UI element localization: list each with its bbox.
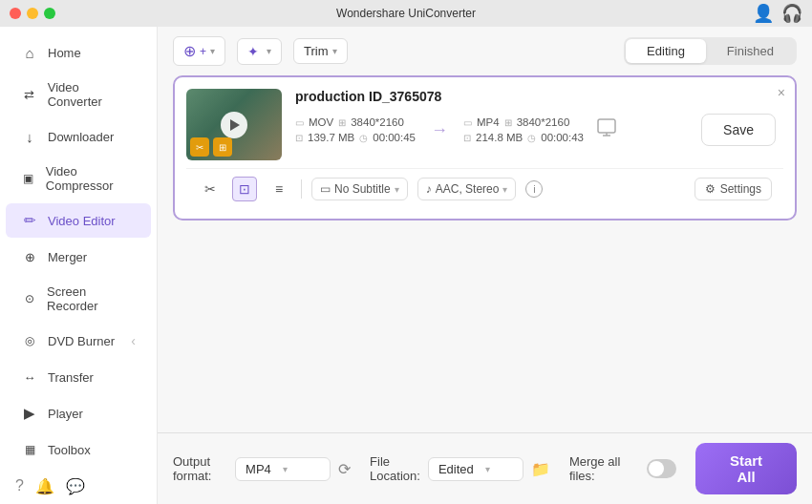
settings-gear-icon: ⚙ [705, 182, 716, 196]
notification-icon[interactable]: 🔔 [35, 477, 54, 495]
crop-icon: ⊞ [213, 137, 232, 157]
info-button[interactable]: i [525, 180, 543, 198]
subtitle-icon: ▭ [320, 182, 331, 196]
content-spacer [158, 220, 812, 432]
subtitle-select[interactable]: ▭ No Subtitle ▾ [311, 178, 408, 200]
sidebar-item-transfer[interactable]: ↔ Transfer [6, 360, 151, 394]
sidebar-item-toolbox[interactable]: ▦ Toolbox [6, 432, 151, 467]
trim-caret-icon: ▾ [332, 46, 337, 56]
sidebar-item-player[interactable]: ▶ Player [6, 396, 151, 430]
audio-select[interactable]: ♪ AAC, Stereo ▾ [417, 178, 517, 200]
sidebar-item-downloader[interactable]: ↓ Downloader [6, 119, 151, 154]
thumbnail-icons: ✂ ⊞ [190, 137, 232, 157]
file-location-value: Edited [438, 462, 474, 476]
sidebar-item-video-compressor[interactable]: ▣ Video Compressor [6, 156, 151, 201]
audio-label: AAC, Stereo [436, 182, 500, 196]
effects-caret-icon: ▾ [267, 46, 271, 56]
close-button[interactable] [10, 8, 21, 19]
source-format-icon: ▭ [295, 117, 304, 128]
sidebar-label-player: Player [48, 407, 83, 421]
scan-icon[interactable]: ⟳ [338, 460, 351, 478]
effects-button[interactable]: ✦ ▾ [237, 38, 282, 65]
help-icon[interactable]: ? [15, 477, 24, 495]
play-button[interactable] [221, 112, 247, 138]
user-icon[interactable]: 👤 [753, 3, 774, 24]
output-duration: 00:00:43 [541, 132, 584, 143]
list-tool[interactable]: ≡ [267, 177, 291, 201]
maximize-button[interactable] [44, 8, 55, 19]
settings-button[interactable]: ⚙ Settings [694, 178, 772, 200]
source-size: 139.7 MB [308, 132, 354, 143]
output-format-row: ▭ MP4 ⊞ 3840*2160 [463, 116, 584, 128]
output-size-row: ⊡ 214.8 MB ◷ 00:00:43 [463, 132, 584, 143]
window-controls [10, 8, 55, 19]
cut-tool[interactable]: ✂ [198, 177, 223, 201]
trim-icon: ✂ [190, 137, 209, 157]
sidebar-item-dvd-burner[interactable]: ◎ DVD Burner ‹ [6, 324, 151, 358]
file-location-label: File Location: [370, 454, 420, 483]
start-all-button[interactable]: Start All [695, 443, 797, 494]
output-format-field: Output format: MP4 ▾ ⟳ [173, 454, 351, 483]
dvd-burner-icon: ◎ [21, 332, 38, 349]
trim-button[interactable]: Trim ▾ [293, 38, 348, 64]
arrow-right-icon: → [431, 120, 448, 140]
source-size-row: ⊡ 139.7 MB ◷ 00:00:45 [295, 132, 416, 143]
export-icon [595, 116, 618, 139]
sidebar-label-video-converter: Video Converter [48, 80, 136, 109]
sidebar-item-video-editor[interactable]: ✏ Video Editor [6, 203, 151, 238]
settings-label: Settings [720, 182, 761, 196]
source-resolution-icon: ⊞ [338, 117, 346, 128]
file-card-top: ✂ ⊞ production ID_3765078 ▭ MOV ⊞ [186, 89, 783, 160]
source-format-row: ▭ MOV ⊞ 3840*2160 [295, 116, 416, 128]
sidebar-item-video-converter[interactable]: ⇄ Video Converter [6, 72, 151, 117]
subtitle-label: No Subtitle [334, 182, 391, 196]
video-converter-icon: ⇄ [21, 86, 38, 103]
source-size-icon: ⊡ [295, 133, 303, 143]
folder-icon[interactable]: 📁 [531, 460, 550, 478]
transfer-icon: ↔ [21, 368, 38, 386]
effects-icon: ✦ [247, 44, 259, 59]
output-size-icon: ⊡ [463, 133, 471, 143]
file-location-select[interactable]: Edited ▾ [428, 457, 524, 481]
source-format: MOV [309, 116, 333, 128]
source-duration-icon: ◷ [359, 133, 368, 143]
app-body: ⌂ Home ⇄ Video Converter ↓ Downloader ▣ … [0, 27, 812, 504]
tab-editing[interactable]: Editing [626, 39, 706, 63]
output-size: 214.8 MB [476, 132, 523, 143]
home-icon: ⌂ [21, 44, 38, 61]
video-thumbnail[interactable]: ✂ ⊞ [186, 89, 282, 160]
minimize-button[interactable] [27, 8, 38, 19]
tab-finished[interactable]: Finished [706, 39, 795, 63]
sidebar: ⌂ Home ⇄ Video Converter ↓ Downloader ▣ … [0, 27, 158, 504]
crop-tool[interactable]: ⊡ [232, 177, 257, 201]
file-location-caret-icon: ▾ [485, 464, 490, 474]
source-resolution: 3840*2160 [351, 116, 404, 128]
add-file-icon: ⊕ [183, 42, 196, 60]
trim-label: Trim [304, 44, 329, 58]
sidebar-label-merger: Merger [48, 250, 87, 264]
headset-icon[interactable]: 🎧 [781, 3, 802, 24]
merge-toggle[interactable] [647, 459, 676, 478]
edit-toolbar: ✂ ⊡ ≡ ▭ No Subtitle ▾ ♪ AAC, Stereo ▾ i … [186, 168, 783, 207]
source-meta: ▭ MOV ⊞ 3840*2160 ⊡ 139.7 MB ◷ 00:00:45 [295, 116, 416, 143]
save-button[interactable]: Save [701, 114, 776, 146]
sidebar-item-screen-recorder[interactable]: ⊙ Screen Recorder [6, 276, 151, 322]
output-meta: ▭ MP4 ⊞ 3840*2160 ⊡ 214.8 MB ◷ 00:00:43 [463, 116, 584, 143]
sidebar-label-home: Home [48, 46, 81, 60]
sidebar-item-home[interactable]: ⌂ Home [6, 35, 151, 70]
output-format-icon: ▭ [463, 117, 472, 128]
file-info: production ID_3765078 ▭ MOV ⊞ 3840*2160 [295, 89, 783, 146]
sidebar-item-merger[interactable]: ⊕ Merger [6, 240, 151, 274]
content-area: ⊕ + ▾ ✦ ▾ Trim ▾ Editing Finished × [158, 27, 812, 504]
sidebar-label-screen-recorder: Screen Recorder [47, 284, 136, 313]
merger-icon: ⊕ [21, 248, 38, 265]
file-card-close-button[interactable]: × [778, 85, 785, 100]
output-resolution: 3840*2160 [517, 116, 570, 128]
add-file-button[interactable]: ⊕ + ▾ [173, 36, 225, 66]
sidebar-label-downloader: Downloader [48, 130, 114, 144]
video-compressor-icon: ▣ [21, 170, 36, 187]
output-format-select[interactable]: MP4 ▾ [235, 457, 331, 481]
output-resolution-icon: ⊞ [504, 117, 512, 128]
screen-recorder-icon: ⊙ [21, 290, 37, 307]
feedback-icon[interactable]: 💬 [66, 477, 85, 495]
